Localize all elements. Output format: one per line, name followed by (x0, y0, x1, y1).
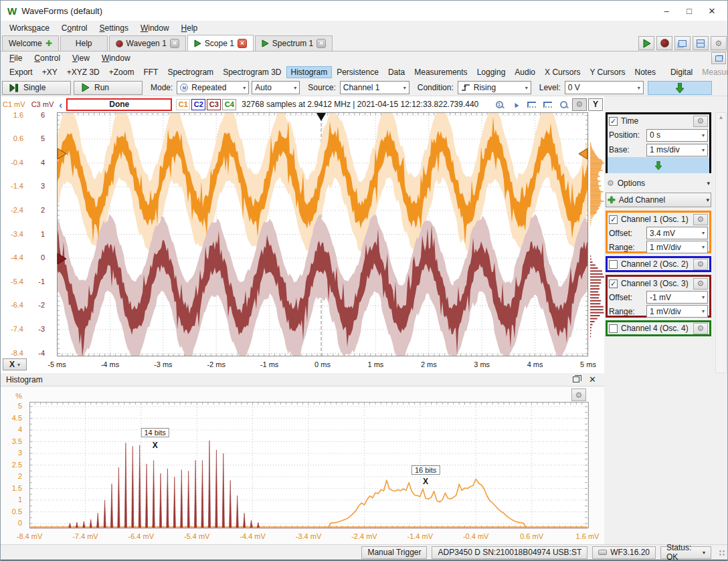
menu-item-control[interactable]: Control (28, 52, 66, 64)
menu-item-control[interactable]: Control (56, 22, 94, 34)
channel4-settings-button[interactable]: ⚙ (693, 323, 708, 334)
single-button[interactable]: Single (2, 81, 71, 95)
close-panel-icon[interactable]: ✕ (589, 374, 596, 384)
mode-select[interactable]: M Repeated▾ (177, 81, 249, 94)
apply-trigger-button[interactable] (648, 81, 712, 95)
scope-plot[interactable] (57, 112, 604, 356)
menu-item-window[interactable]: Window (96, 52, 136, 64)
tab-spectrum-1[interactable]: Spectrum 1 × (255, 35, 333, 51)
tab-welcome[interactable]: Welcome ✚ (2, 35, 59, 51)
view-tab-logging[interactable]: Logging (472, 66, 511, 78)
run-all-button[interactable] (638, 36, 654, 50)
menu-item-window[interactable]: Window (134, 22, 175, 34)
channel2-settings-button[interactable]: ⚙ (693, 259, 708, 270)
channel3-settings-button[interactable]: ⚙ (693, 278, 708, 290)
position-select[interactable]: 0 s▾ (646, 129, 708, 142)
channel1-settings-button[interactable]: ⚙ (693, 214, 708, 225)
base-select[interactable]: 1 ms/div▾ (646, 144, 708, 156)
time-settings-button[interactable]: ⚙ (693, 116, 708, 127)
channel3-offset-select[interactable]: -1 mV▾ (646, 291, 708, 304)
view-tab-spectrogram[interactable]: Spectrogram (163, 66, 218, 78)
tab-help[interactable]: Help (60, 35, 108, 51)
channel4-badge[interactable]: C4 (222, 99, 236, 110)
y-measure-button[interactable] (540, 98, 555, 111)
float-panel-icon[interactable] (573, 376, 579, 382)
resize-grip[interactable] (719, 550, 725, 556)
version-button[interactable]: WF3.16.20 (592, 546, 656, 559)
view-tab-notes[interactable]: Notes (630, 66, 660, 78)
close-tab-icon[interactable]: × (316, 39, 326, 48)
channel3-checkbox[interactable]: ✓ (609, 279, 618, 288)
view-tab--xyz-3d[interactable]: +XYZ 3D (62, 66, 104, 78)
add-channel-button[interactable]: ✚ Add Channel ▾ (606, 193, 711, 207)
histogram-settings-button[interactable]: ⚙ (571, 388, 586, 401)
channel3-range-select[interactable]: 1 mV/div▾ (646, 305, 708, 318)
channel1-range-select[interactable]: 1 mV/div▾ (646, 241, 708, 253)
condition-select[interactable]: Rising▾ (458, 81, 531, 94)
view-tab-persistence[interactable]: Persistence (332, 66, 383, 78)
x-axis-button[interactable]: X▾ (3, 358, 27, 370)
channel4-checkbox[interactable] (609, 324, 618, 333)
run-button[interactable]: Run (74, 81, 143, 95)
cascade-windows-button[interactable] (674, 36, 691, 50)
channel2-badge[interactable]: C2 (191, 99, 205, 110)
channel3-label: Channel 3 (Osc. 3) (621, 279, 689, 288)
menu-item-file[interactable]: File (3, 52, 28, 64)
zoom-1-button[interactable]: 1 (492, 98, 507, 111)
tab-wavegen-1[interactable]: Wavegen 1 × (109, 35, 186, 51)
tab-scope-1[interactable]: Scope 1 × (187, 35, 254, 51)
scope-x-tick-label: 4 ms (519, 360, 551, 368)
channel2-checkbox[interactable] (609, 260, 618, 269)
channel2-section: Channel 2 (Osc. 2) ⚙ (606, 256, 711, 272)
right-panel-scrollbar[interactable]: ▲ (715, 112, 727, 373)
menu-item-view[interactable]: View (66, 52, 96, 64)
device-button[interactable]: ADP3450 D SN:210018B04974 USB:ST (432, 546, 587, 559)
menu-item-workspace[interactable]: Workspace (3, 22, 56, 34)
view-tab-fft[interactable]: FFT (139, 66, 163, 78)
offset-value: -1 mV (650, 293, 671, 302)
collapse-left-icon[interactable]: ‹ (59, 99, 62, 110)
zoom-fit-button[interactable] (556, 98, 571, 111)
close-button[interactable]: ✕ (701, 2, 723, 19)
split-windows-button[interactable] (693, 36, 709, 50)
undock-button[interactable] (711, 52, 726, 64)
time-checkbox[interactable]: ✓ (609, 117, 618, 126)
y-axis-button[interactable]: Y (588, 98, 603, 111)
plot-settings-button[interactable]: ⚙ (572, 98, 587, 111)
histogram-plot[interactable] (29, 402, 589, 530)
channel1-offset-select[interactable]: 3.4 mV▾ (646, 227, 708, 239)
channel1-checkbox[interactable]: ✓ (609, 215, 618, 224)
view-tab-digital[interactable]: Digital (666, 66, 697, 78)
options-row[interactable]: ⚙ Options ▾ (606, 177, 711, 190)
manual-trigger-button[interactable]: Manual Trigger (361, 546, 427, 559)
channel1-badge[interactable]: C1 (176, 99, 190, 110)
view-tab--xy[interactable]: +XY (37, 66, 62, 78)
view-tab-spectrogram-3d[interactable]: Spectrogram 3D (218, 66, 286, 78)
source-select[interactable]: Channel 1▾ (340, 81, 410, 94)
view-tab--zoom[interactable]: +Zoom (104, 66, 139, 78)
view-tab-data[interactable]: Data (383, 66, 410, 78)
channel3-badge[interactable]: C3 (207, 99, 221, 110)
view-tab-histogram[interactable]: Histogram (286, 66, 333, 78)
close-tab-icon[interactable]: × (238, 39, 247, 48)
menu-item-help[interactable]: Help (175, 22, 204, 34)
minimize-button[interactable]: – (655, 2, 678, 19)
settings-button[interactable]: ⚙ (711, 36, 727, 50)
view-tab-measurements[interactable]: Measurements (410, 66, 472, 78)
view-tab-x-cursors[interactable]: X Cursors (540, 66, 585, 78)
stop-all-button[interactable] (656, 36, 672, 50)
auto-select[interactable]: Auto▾ (252, 81, 300, 94)
scroll-up-icon[interactable]: ▲ (716, 114, 726, 120)
menu-item-settings[interactable]: Settings (94, 22, 134, 34)
scope-x-tick-label: -4 ms (94, 360, 126, 368)
view-tab-export[interactable]: Export (5, 66, 37, 78)
maximize-button[interactable]: □ (678, 2, 701, 19)
view-tab-y-cursors[interactable]: Y Cursors (585, 66, 630, 78)
close-tab-icon[interactable]: × (170, 39, 179, 48)
status-button[interactable]: Status: OK ▾ (660, 546, 711, 559)
pointer-mode-button[interactable]: ▲ (508, 98, 523, 111)
level-input[interactable]: 0 V▾ (565, 81, 644, 94)
view-tab-audio[interactable]: Audio (510, 66, 540, 78)
x-measure-button[interactable] (524, 98, 539, 111)
time-apply-button[interactable] (608, 157, 709, 173)
